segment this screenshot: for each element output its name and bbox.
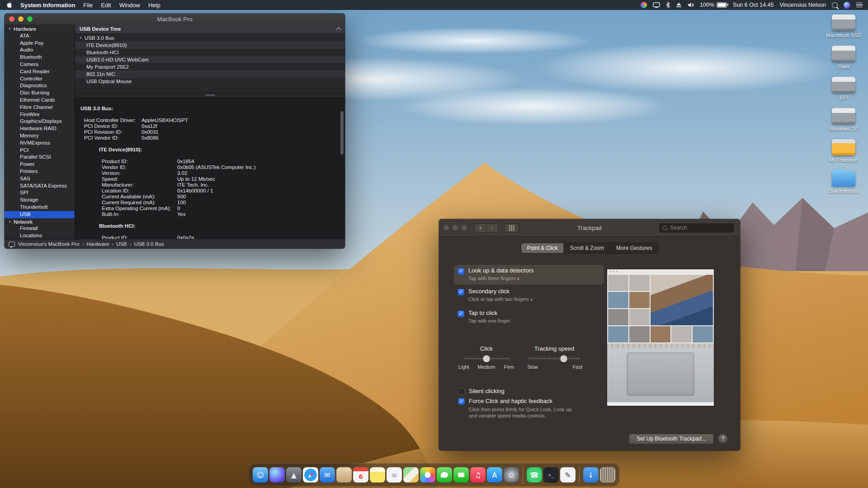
dock-icon[interactable] (336, 467, 352, 483)
dock-icon[interactable]: A (487, 467, 502, 483)
breadcrumb-item[interactable]: USB 3.0 Bus (134, 241, 167, 247)
breadcrumb-item[interactable]: USB› (116, 241, 132, 247)
sidebar-item[interactable]: Parallel SCSI (5, 154, 75, 161)
gesture-checkbox[interactable] (458, 268, 464, 275)
setup-bluetooth-trackpad-button[interactable]: Set Up Bluetooth Trackpad... (629, 434, 714, 444)
sidebar-item[interactable]: ATA (5, 33, 75, 40)
breadcrumb-item[interactable]: Hardware› (86, 241, 113, 247)
sidebar-item[interactable]: Card Reader (5, 68, 75, 75)
tree-device-row[interactable]: USB2.0 HD UVC WebCam (75, 56, 345, 63)
gesture-checkbox[interactable] (458, 289, 464, 296)
gesture-sub-dropdown[interactable]: Tap with one finger (468, 318, 510, 324)
sidebar-item[interactable]: USB (5, 211, 75, 218)
menu-bar-clock[interactable]: Sun 6 Oct 14.45 (733, 2, 774, 8)
dock-icon[interactable]: ✎ (560, 467, 576, 483)
eject-icon[interactable] (676, 2, 682, 8)
zoom-button[interactable] (27, 16, 33, 22)
tab[interactable]: Scroll & Zoom (564, 243, 610, 253)
volume-icon[interactable] (688, 2, 694, 8)
dock-icon[interactable] (600, 467, 615, 483)
dock-icon[interactable] (420, 467, 435, 483)
show-all-preferences-button[interactable] (504, 223, 519, 233)
active-app-menu[interactable]: System Information (20, 2, 75, 9)
sidebar-item[interactable]: Hardware RAID (5, 125, 75, 132)
dock-icon[interactable] (453, 467, 469, 483)
close-button[interactable] (443, 225, 449, 230)
desktop-icon[interactable]: Data (832, 46, 855, 70)
sidebar-item[interactable]: SAS (5, 175, 75, 183)
desktop-icon[interactable]: My Passport (829, 139, 858, 163)
dock-icon[interactable]: ⚙ (504, 467, 519, 483)
click-slider-thumb[interactable] (483, 355, 491, 362)
desktop-icon[interactable]: EFI (832, 77, 855, 101)
click-slider-track[interactable] (464, 355, 509, 362)
gesture-sub-dropdown[interactable]: Tap with three fingers (468, 275, 534, 282)
sidebar-item[interactable]: Memory (5, 132, 75, 140)
desktop-icon[interactable]: Macintosh SSD (826, 14, 861, 38)
sidebar-item[interactable]: Diagnostics (5, 82, 75, 89)
dock-icon[interactable] (403, 467, 419, 483)
sidebar-item[interactable]: Apple Pay (5, 40, 75, 47)
tree-device-row[interactable]: My Passport 25E2 (75, 63, 345, 70)
sidebar-item[interactable]: SPI (5, 189, 75, 197)
help-button[interactable]: ? (718, 434, 728, 444)
gesture-sub-dropdown[interactable]: Click or tap with two fingers (468, 296, 533, 303)
sidebar-item[interactable]: SATA/SATA Express (5, 183, 75, 190)
bluetooth-icon[interactable] (666, 2, 670, 8)
sidebar-item[interactable]: Fibre Channel (5, 104, 75, 111)
sidebar-item[interactable]: Power (5, 161, 75, 168)
sysinfo-titlebar[interactable]: MacBook Pro (5, 14, 345, 25)
breadcrumb-item[interactable]: Vincensius's MacBook Pro› (18, 241, 84, 247)
sidebar-item[interactable]: PCI (5, 147, 75, 154)
sidebar-item[interactable]: Camera (5, 61, 75, 68)
dock-icon[interactable]: ✉ (320, 467, 335, 483)
force-click-checkbox[interactable] (458, 398, 465, 405)
tree-device-row[interactable]: Bluetooth HCI (75, 49, 345, 56)
sidebar-item[interactable]: Controller (5, 75, 75, 83)
notification-center-icon[interactable] (856, 3, 863, 8)
pane-splitter[interactable] (75, 93, 345, 98)
sidebar-item[interactable]: Disc Burning (5, 89, 75, 97)
menu-bar-user[interactable]: Vincensius Nelson (779, 2, 826, 8)
sidebar-item[interactable]: Locations (5, 232, 75, 239)
sidebar-item[interactable]: NVMExpress (5, 140, 75, 147)
dock-icon[interactable] (269, 467, 285, 483)
dock-icon[interactable] (523, 466, 523, 484)
dock-icon[interactable] (579, 466, 580, 484)
dock-icon[interactable]: 6 (353, 467, 368, 483)
forward-button[interactable]: › (486, 223, 498, 233)
sidebar-item[interactable]: Ethernet Cards (5, 97, 75, 104)
desktop-icon[interactable]: Windows 10 (830, 108, 858, 132)
gesture-checkbox[interactable] (458, 310, 464, 317)
zoom-button[interactable] (462, 225, 467, 230)
sidebar-item[interactable]: Bluetooth (5, 54, 75, 61)
close-button[interactable] (9, 16, 14, 22)
siri-icon[interactable] (844, 2, 850, 9)
silent-clicking-checkbox[interactable] (458, 388, 465, 395)
colorful-status-icon[interactable] (641, 2, 647, 8)
display-mirroring-icon[interactable] (653, 2, 660, 8)
tree-device-row[interactable]: 802.11n NIC (75, 70, 345, 78)
dock-icon[interactable]: ≡ (387, 467, 402, 483)
usb-device-tree-header[interactable]: USB Device Tree (75, 24, 345, 34)
dock-icon[interactable] (303, 467, 318, 483)
dock-icon[interactable] (437, 467, 452, 483)
gesture-preview-video[interactable] (607, 269, 714, 406)
sidebar-item[interactable]: Storage (5, 197, 75, 204)
trackpad-toolbar[interactable]: ‹ › Trackpad (439, 219, 740, 237)
dock-icon[interactable]: ▲ (286, 467, 302, 483)
menu-item[interactable]: File (83, 2, 93, 9)
tree-root-row[interactable]: USB 3.0 Bus (75, 34, 345, 42)
dock-icon[interactable] (370, 467, 385, 483)
minimize-button[interactable] (453, 225, 458, 230)
tab[interactable]: More Gestures (610, 243, 658, 253)
search-input[interactable] (669, 224, 721, 231)
dock-icon[interactable]: >_ (543, 467, 559, 483)
dock-icon[interactable]: ☎ (527, 467, 542, 483)
tree-device-row[interactable]: USB Optical Mouse (75, 78, 345, 85)
tracking-slider-track[interactable] (528, 355, 580, 362)
scrollbar[interactable] (340, 100, 344, 237)
desktop-icon[interactable]: Dokumentasi (828, 170, 859, 194)
sidebar-item[interactable]: Graphics/Displays (5, 118, 75, 125)
sidebar-section-network[interactable]: Network (5, 218, 75, 225)
